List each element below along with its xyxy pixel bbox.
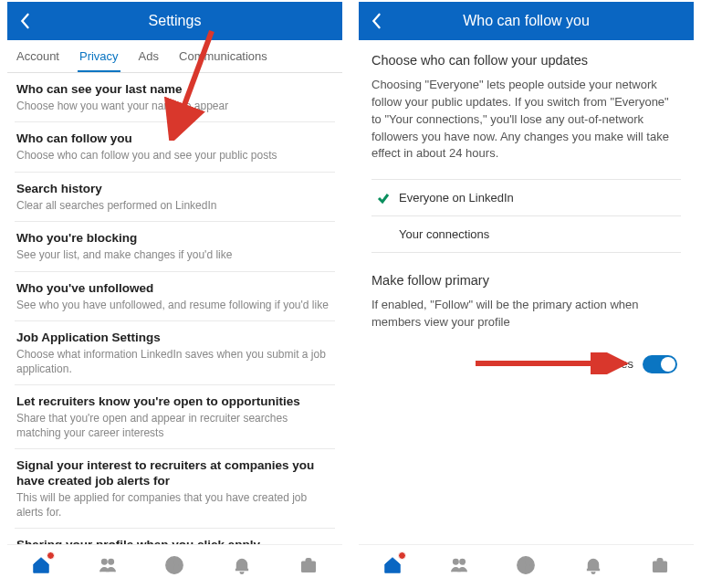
section-desc: Choosing "Everyone" lets people outside … [371,77,681,163]
row-title: Who you're blocking [16,231,333,247]
nav-home[interactable] [25,549,58,582]
row-open-to-opportunities[interactable]: Let recruiters know you're open to oppor… [15,385,335,449]
bottom-nav [359,544,694,586]
row-title: Who you've unfollowed [16,281,333,297]
option-label: Your connections [399,227,489,241]
settings-tabs: Account Privacy Ads Communications [7,40,342,73]
header: Who can follow you [359,2,694,40]
row-signal-interest[interactable]: Signal your interest to recruiters at co… [15,449,335,529]
nav-network[interactable] [91,549,124,582]
tab-communications[interactable]: Communications [177,40,269,72]
row-unfollowed[interactable]: Who you've unfollowed See who you have u… [15,272,335,321]
nav-post[interactable] [509,549,542,582]
network-icon [98,555,118,575]
option-connections[interactable]: Your connections [371,216,681,253]
row-sub: Choose what information LinkedIn saves w… [16,348,333,376]
row-title: Who can see your last name [16,82,333,98]
toggle-label: Yes [614,357,633,371]
nav-post[interactable] [158,549,191,582]
check-icon [373,192,393,205]
network-icon [449,555,469,575]
row-job-application[interactable]: Job Application Settings Choose what inf… [15,321,335,385]
row-title: Job Application Settings [16,331,333,346]
follow-options: Everyone on LinkedIn Your connections [371,179,681,253]
nav-notifications[interactable] [225,549,258,582]
back-button[interactable] [370,2,382,40]
plus-circle-icon [516,555,536,575]
briefcase-icon [298,555,319,575]
notification-badge [398,551,406,560]
row-sub: This will be applied for companies that … [16,491,333,520]
row-title: Sharing your profile when you click appl… [16,538,333,544]
row-title: Let recruiters know you're open to oppor… [16,394,333,410]
section-desc: If enabled, "Follow" will be the primary… [371,297,681,331]
follow-primary-toggle[interactable] [643,355,677,373]
row-sub: Share that you're open and appear in rec… [16,412,333,440]
row-sub: See your list, and make changes if you'd… [16,248,333,263]
svg-point-5 [460,559,466,564]
tab-ads[interactable]: Ads [137,40,161,72]
svg-rect-7 [654,562,667,572]
briefcase-icon [650,555,670,575]
section-title: Choose who can follow your updates [371,53,681,68]
chevron-left-icon [18,13,31,29]
row-title: Who can follow you [16,131,333,147]
tab-account[interactable]: Account [15,40,61,72]
svg-point-0 [102,559,108,564]
bottom-nav [7,544,342,586]
back-button[interactable] [18,2,31,40]
bell-icon [583,555,603,575]
row-title: Signal your interest to recruiters at co… [16,458,333,489]
row-blocking[interactable]: Who you're blocking See your list, and m… [15,222,335,271]
nav-jobs[interactable] [643,549,676,582]
option-label: Everyone on LinkedIn [399,191,514,205]
notification-badge [47,551,55,560]
nav-notifications[interactable] [577,549,610,582]
header-title: Settings [7,13,342,29]
row-sub: Choose who can follow you and see your p… [16,149,333,163]
row-last-name[interactable]: Who can see your last name Choose how yo… [15,73,335,122]
nav-jobs[interactable] [292,549,325,582]
row-search-history[interactable]: Search history Clear all searches perfor… [15,173,335,222]
chevron-left-icon [370,13,382,29]
svg-point-4 [454,559,459,564]
header-title: Who can follow you [359,13,694,29]
row-sub: Choose how you want your name to appear [16,100,333,114]
bell-icon [232,555,252,575]
follow-settings-screen: Who can follow you Choose who can follow… [359,2,694,586]
svg-rect-3 [302,562,316,572]
nav-home[interactable] [376,549,409,582]
tab-privacy[interactable]: Privacy [78,40,120,72]
content: Choose who can follow your updates Choos… [359,40,694,544]
follow-primary-toggle-row: Yes [371,355,681,373]
section-title: Make follow primary [371,273,681,288]
settings-screen: Settings Account Privacy Ads Communicati… [7,2,342,586]
option-everyone[interactable]: Everyone on LinkedIn [371,180,681,216]
settings-list: Who can see your last name Choose how yo… [7,73,342,544]
header: Settings [7,2,342,40]
row-sub: See who you have unfollowed, and resume … [16,299,333,313]
row-title: Search history [16,182,333,197]
plus-circle-icon [164,555,184,575]
row-who-can-follow[interactable]: Who can follow you Choose who can follow… [15,122,335,172]
nav-network[interactable] [443,549,476,582]
row-sharing-profile[interactable]: Sharing your profile when you click appl… [15,529,335,544]
svg-point-1 [109,559,114,564]
row-sub: Clear all searches performed on LinkedIn [16,199,333,214]
